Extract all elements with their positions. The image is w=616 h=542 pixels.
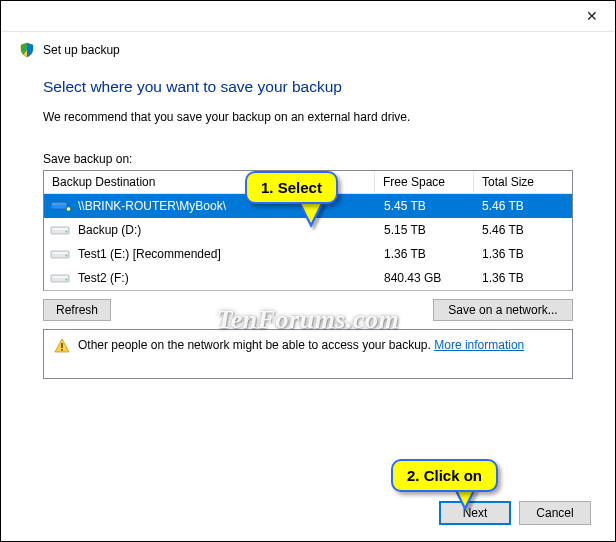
drive-name: \\BRINK-ROUTER\MyBook\ [78,199,226,213]
drive-total-size: 1.36 TB [474,271,572,285]
drive-list-row[interactable]: Test1 (E:) [Recommended] 1.36 TB 1.36 TB [44,242,572,266]
wizard-title: Set up backup [43,43,120,57]
svg-rect-15 [61,349,63,351]
svg-point-7 [66,231,68,233]
hard-drive-icon [50,247,72,261]
drive-free-space: 840.43 GB [376,271,474,285]
warning-text: Other people on the network might be abl… [78,338,434,352]
drive-total-size: 5.46 TB [474,223,572,237]
save-on-network-button[interactable]: Save on a network... [433,299,573,321]
list-button-row: Refresh Save on a network... [43,299,573,321]
drive-free-space: 5.15 TB [376,223,474,237]
hard-drive-icon [50,223,72,237]
svg-rect-9 [52,252,68,254]
list-label: Save backup on: [43,152,573,166]
warning-box: Other people on the network might be abl… [43,329,573,379]
hard-drive-icon [50,271,72,285]
svg-rect-12 [52,276,68,278]
drive-total-size: 1.36 TB [474,247,572,261]
close-icon: ✕ [586,8,598,24]
column-free-space[interactable]: Free Space [375,171,474,194]
wizard-header: Set up backup [1,32,615,62]
drive-name: Backup (D:) [78,223,141,237]
drive-name: Test2 (F:) [78,271,129,285]
svg-point-13 [66,279,68,281]
warning-text-wrap: Other people on the network might be abl… [78,338,524,352]
drive-name: Test1 (E:) [Recommended] [78,247,221,261]
drive-total-size: 5.46 TB [474,199,572,213]
refresh-button[interactable]: Refresh [43,299,111,321]
annotation-step1: 1. Select [245,171,338,204]
svg-rect-6 [52,228,68,230]
titlebar: ✕ [1,1,615,32]
drive-free-space: 5.45 TB [376,199,474,213]
drive-list-row[interactable]: Test2 (F:) 840.43 GB 1.36 TB [44,266,572,290]
page-headline: Select where you want to save your backu… [43,78,573,96]
window-close-button[interactable]: ✕ [569,1,615,31]
network-drive-icon [50,199,72,213]
titlebar-spacer [1,1,569,31]
drive-free-space: 1.36 TB [376,247,474,261]
window: ✕ Set up backup Select where you want to… [0,0,616,542]
shield-icon [19,42,35,58]
svg-rect-1 [52,203,66,205]
annotation-step2: 2. Click on [391,459,498,492]
svg-point-10 [66,255,68,257]
column-total-size[interactable]: Total Size [474,171,572,194]
svg-rect-4 [67,208,70,210]
recommendation-text: We recommend that you save your backup o… [43,110,573,124]
cancel-button[interactable]: Cancel [519,501,591,525]
svg-rect-14 [61,343,63,348]
warning-icon [54,338,70,354]
more-information-link[interactable]: More information [434,338,524,352]
